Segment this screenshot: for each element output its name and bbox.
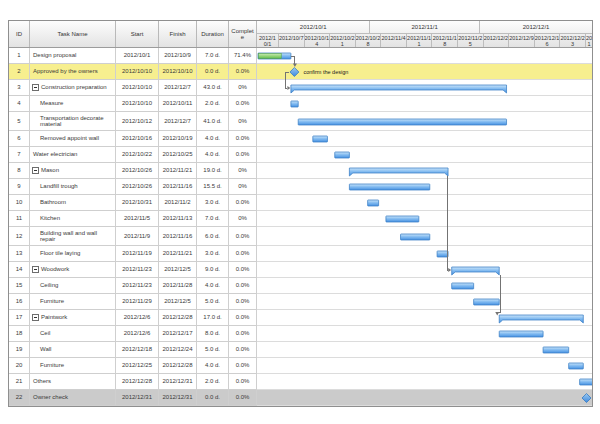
task-bar[interactable] (386, 216, 419, 222)
task-table-body: 1Design proposal2012/10/12012/10/97.0 d.… (9, 48, 257, 406)
milestone-note: confirm the design (303, 69, 348, 75)
task-name: Ceiling (40, 282, 58, 289)
cell-name: Wall (30, 342, 116, 357)
table-row[interactable]: 8Mason2012/10/262012/11/2119.0 d.0% (9, 163, 257, 179)
task-bar[interactable] (368, 200, 379, 206)
summary-bar[interactable] (291, 85, 507, 93)
cell-id: 19 (9, 342, 30, 357)
cell-duration: 4.0 d. (197, 147, 229, 162)
table-row[interactable]: 2Approved by the owners2012/10/102012/10… (9, 64, 257, 80)
collapse-icon[interactable] (32, 167, 39, 174)
column-header-start: Start (116, 21, 159, 47)
cell-start: 2012/10/26 (116, 179, 159, 194)
table-row[interactable]: 19Wall2012/12/182012/12/245.0 d.0.0% (9, 342, 257, 358)
table-row[interactable]: 4Measure2012/10/102012/10/112.0 d.0.0% (9, 96, 257, 112)
cell-start: 2012/11/19 (116, 246, 159, 261)
task-bar[interactable] (401, 234, 430, 240)
task-bar[interactable] (298, 119, 506, 125)
cell-id: 10 (9, 195, 30, 210)
task-name: Kitchen (40, 215, 60, 222)
summary-bar[interactable] (452, 267, 500, 275)
table-row[interactable]: 5Transportation decorate material2012/10… (9, 112, 257, 131)
cell-start: 2012/11/23 (116, 262, 159, 277)
task-name: Design proposal (33, 52, 76, 59)
task-bar[interactable] (580, 379, 592, 385)
task-name: Furniture (40, 362, 64, 369)
cell-id: 6 (9, 131, 30, 146)
cell-id: 16 (9, 294, 30, 309)
task-bar[interactable] (474, 299, 500, 305)
cell-name: Furniture (30, 358, 116, 373)
task-bar[interactable] (569, 363, 584, 369)
cell-duration: 5.0 d. (197, 342, 229, 357)
cell-name: Building wall and wall repair (30, 227, 116, 245)
cell-start: 2012/11/9 (116, 227, 159, 245)
cell-complete: 0.0% (229, 390, 257, 405)
cell-duration: 8.0 d. (197, 326, 229, 341)
table-row[interactable]: 20Furniture2012/12/252012/12/284.0 d.0.0… (9, 358, 257, 374)
column-header-name: Task Name (30, 21, 116, 47)
table-row[interactable]: 6Removed appoint wall2012/10/162012/10/1… (9, 131, 257, 147)
task-bar[interactable] (313, 136, 328, 142)
cell-start: 2012/12/25 (116, 358, 159, 373)
collapse-icon[interactable] (32, 84, 39, 91)
task-bar[interactable] (349, 184, 429, 190)
cell-complete: 0.0% (229, 358, 257, 373)
month-header-cell: 2012/11/1 (370, 21, 480, 34)
table-row[interactable]: 9Landfill trough2012/10/262012/11/1615.5… (9, 179, 257, 195)
task-bar[interactable] (291, 101, 298, 107)
cell-name: Water electrician (30, 147, 116, 162)
cell-duration: 7.0 d. (197, 48, 229, 63)
week-header-cell: 2012/10/14 (305, 34, 331, 47)
cell-id: 13 (9, 246, 30, 261)
cell-duration: 7.0 d. (197, 211, 229, 226)
dependency-connector (291, 56, 295, 64)
summary-bar[interactable] (349, 168, 448, 176)
table-row[interactable]: 22Owner check2012/12/312012/12/310.0 d.0… (9, 390, 257, 406)
cell-finish: 2012/12/31 (159, 390, 197, 405)
task-bar[interactable] (543, 347, 569, 353)
cell-id: 22 (9, 390, 30, 405)
cell-start: 2012/12/28 (116, 374, 159, 389)
table-row[interactable]: 3Construction preparation2012/10/102012/… (9, 80, 257, 96)
collapse-icon[interactable] (32, 314, 39, 321)
table-row[interactable]: 21Others2012/12/282012/12/312.0 d.0.0% (9, 374, 257, 390)
cell-duration: 15.5 d. (197, 179, 229, 194)
cell-complete: 0.0% (229, 147, 257, 162)
cell-complete: 0% (229, 211, 257, 226)
table-row[interactable]: 1Design proposal2012/10/12012/10/97.0 d.… (9, 48, 257, 64)
task-bar[interactable] (499, 331, 543, 337)
table-row[interactable]: 10Bathroom2012/10/312012/11/23.0 d.0.0% (9, 195, 257, 211)
cell-name: Paintwork (30, 310, 116, 325)
table-row[interactable]: 7Water electrician2012/10/222012/10/254.… (9, 147, 257, 163)
table-row[interactable]: 16Furniture2012/11/292012/12/55.0 d.0.0% (9, 294, 257, 310)
table-row[interactable]: 11Kitchen2012/11/52012/11/137.0 d.0% (9, 211, 257, 227)
task-name: Landfill trough (40, 183, 78, 190)
cell-duration: 0.0 d. (197, 390, 229, 405)
task-table: IDTask NameStartFinishDurationComplete 1… (9, 21, 257, 406)
cell-name: Mason (30, 163, 116, 178)
connector-arrow (448, 268, 451, 272)
cell-id: 8 (9, 163, 30, 178)
summary-bar[interactable] (499, 315, 583, 323)
cell-name: Owner check (30, 390, 116, 405)
task-name: Wall (40, 346, 51, 353)
table-row[interactable]: 13Floor tile laying2012/11/192012/11/213… (9, 246, 257, 262)
table-row[interactable]: 14Woodwork2012/11/232012/12/59.0 d.0.0% (9, 262, 257, 278)
gantt-chart: 2012/10/12012/11/12012/12/12012/10/12012… (257, 21, 592, 406)
cell-id: 15 (9, 278, 30, 293)
cell-name: Removed appoint wall (30, 131, 116, 146)
task-name: Construction preparation (41, 84, 107, 91)
cell-start: 2012/10/26 (116, 163, 159, 178)
table-row[interactable]: 17Paintwork2012/12/62012/12/2817.0 d.0.0… (9, 310, 257, 326)
table-row[interactable]: 15Ceiling2012/11/232012/11/284.0 d.0.0% (9, 278, 257, 294)
task-bar[interactable] (452, 283, 474, 289)
cell-start: 2012/12/6 (116, 310, 159, 325)
collapse-icon[interactable] (32, 266, 39, 273)
task-bar[interactable] (437, 251, 448, 257)
table-row[interactable]: 12Building wall and wall repair2012/11/9… (9, 227, 257, 246)
task-bar[interactable] (335, 152, 350, 158)
cell-complete: 0.0% (229, 195, 257, 210)
cell-complete: 0.0% (229, 96, 257, 111)
table-row[interactable]: 18Ceil2012/12/62012/12/178.0 d.0.0% (9, 326, 257, 342)
